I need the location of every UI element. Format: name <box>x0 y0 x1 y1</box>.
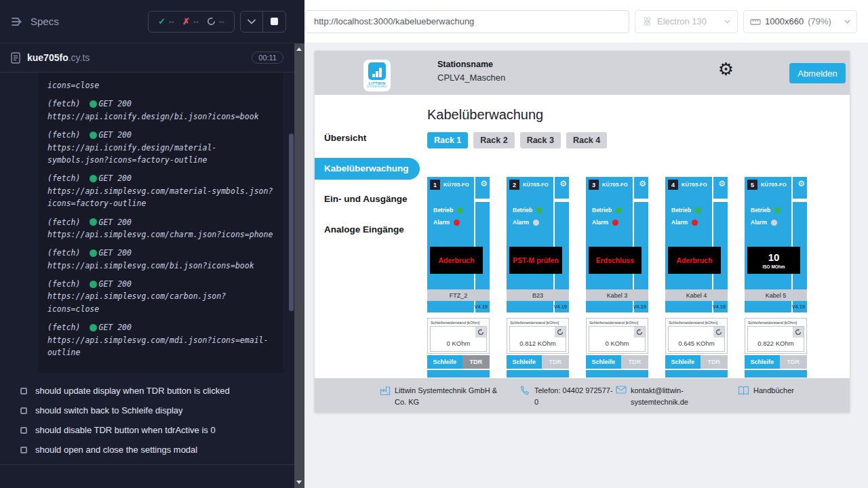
test-item[interactable]: should switch back to Schleife display <box>0 401 294 420</box>
scroll-down-icon[interactable] <box>296 481 302 484</box>
status-dot-icon <box>90 324 97 331</box>
logout-button[interactable]: Abmelden <box>789 63 846 83</box>
sidebar-nav-item[interactable]: Analoge Eingänge <box>315 219 420 241</box>
stat-failed: ✗ -- <box>182 16 199 26</box>
test-label: should open and close the settings modal <box>35 445 197 455</box>
schleife-button[interactable]: Schleife <box>745 355 780 369</box>
log-entry[interactable]: (fetch) GET 200 https://api.simplesvg.co… <box>47 172 274 209</box>
meter-label: Schleifenwiderstand [kOhm] <box>431 321 487 325</box>
device-display: Aderbruch <box>430 247 483 274</box>
device-bottom-strip <box>507 370 569 378</box>
test-item[interactable]: should disable TDR button when tdrActive… <box>0 420 294 440</box>
rack-tab[interactable]: Rack 2 <box>473 132 514 148</box>
settings-gear-icon[interactable]: ⚙ <box>718 60 734 78</box>
log-url: https://api.simplesvg.com/material-symbo… <box>47 185 274 210</box>
sidebar-nav-item[interactable]: Kabelüberwachung <box>315 158 420 180</box>
electron-icon <box>642 16 652 26</box>
tdr-button[interactable]: TDR <box>780 355 807 369</box>
sidebar-nav-item[interactable]: Ein- und Ausgänge <box>315 188 420 210</box>
log-entry-head: (fetch) GET 200 <box>47 247 274 259</box>
mode-buttons: Schleife TDR <box>427 355 490 369</box>
test-item[interactable]: should update display when TDR button is… <box>0 381 294 401</box>
log-url: https://api.iconify.design/bi.json?icons… <box>47 110 274 123</box>
refresh-button[interactable] <box>555 327 566 338</box>
log-entry[interactable]: (fetch) GET 200 https://api.simplesvg.co… <box>47 321 274 359</box>
meter-label: Schleifenwiderstand [kOhm] <box>669 321 725 325</box>
cable-name: Kabel 4 <box>665 289 728 301</box>
log-entry[interactable]: icons=close <box>47 79 274 92</box>
device-settings-gear-icon[interactable]: ⚙ <box>639 180 646 188</box>
spec-file-row[interactable]: kue705fo.cy.ts 00:11 <box>0 43 294 73</box>
rack-tab[interactable]: Rack 4 <box>566 132 607 148</box>
test-pending-icon <box>20 388 27 394</box>
specs-label: Specs <box>31 16 59 27</box>
log-entry[interactable]: (fetch) GET 200 https://api.simplesvg.co… <box>47 278 274 315</box>
alarm-label: Alarm <box>513 219 529 226</box>
meter-display: 0.822 KOhm <box>747 326 804 352</box>
viewport-size: 1000x660 <box>765 16 804 26</box>
specs-toggle[interactable]: Specs <box>11 16 59 27</box>
log-entry[interactable]: (fetch) GET 200 https://api.simplesvg.co… <box>47 247 274 272</box>
tdr-button[interactable]: TDR <box>462 355 490 369</box>
divider <box>793 199 807 202</box>
refresh-button[interactable] <box>634 327 645 338</box>
device-settings-gear-icon[interactable]: ⚙ <box>718 180 726 188</box>
stop-button[interactable] <box>263 12 285 32</box>
rack-tab[interactable]: Rack 3 <box>520 132 561 148</box>
company-name: Littwin Systemtechnik GmbH & Co. KG <box>395 385 506 407</box>
schleife-button[interactable]: Schleife <box>586 355 621 369</box>
book-icon <box>738 386 749 395</box>
tdr-button[interactable]: TDR <box>542 355 569 369</box>
sidebar-nav-item[interactable]: Übersicht <box>315 127 420 149</box>
factory-icon <box>380 386 391 396</box>
reporter-scrollbar-thumb[interactable] <box>289 134 294 311</box>
refresh-button[interactable] <box>713 327 724 338</box>
meter-label: Schleifenwiderstand [kOhm] <box>748 321 804 325</box>
refresh-button[interactable] <box>475 327 486 338</box>
url-input[interactable] <box>305 10 629 33</box>
scroll-up-icon[interactable] <box>296 47 302 51</box>
footer-manuals-link[interactable]: Handbücher <box>738 385 794 396</box>
refresh-button[interactable] <box>793 327 804 338</box>
schleife-button[interactable]: Schleife <box>507 355 542 369</box>
display-status: Aderbruch <box>438 256 474 264</box>
chevron-down-icon[interactable] <box>241 12 262 32</box>
scrollbar-track[interactable] <box>294 43 304 488</box>
station-label: Stationsname <box>437 60 505 69</box>
device-settings-gear-icon[interactable]: ⚙ <box>797 180 805 188</box>
test-item[interactable]: should open and close the settings modal <box>0 440 294 460</box>
tab-label: Rack 2 <box>480 136 507 145</box>
betrieb-label: Betrieb <box>751 207 770 214</box>
log-url: https://api.simplesvg.com/charm.json?ico… <box>47 228 274 241</box>
rack-tab[interactable]: Rack 1 <box>427 132 468 148</box>
log-entry[interactable]: (fetch) GET 200 https://api.iconify.desi… <box>47 129 274 166</box>
device-display: PST-M prüfen <box>509 247 562 274</box>
alarm-led <box>771 220 777 226</box>
cable-name: FTZ_2 <box>427 289 490 301</box>
log-status: GET 200 <box>90 247 131 259</box>
status-text: GET 200 <box>98 247 131 259</box>
log-entry[interactable]: (fetch) GET 200 https://api.iconify.desi… <box>47 98 274 123</box>
device-settings-gear-icon[interactable]: ⚙ <box>480 180 488 188</box>
log-entry[interactable]: (fetch) GET 200 https://api.simplesvg.co… <box>47 216 274 241</box>
station-name: CPLV4_Maschen <box>437 73 505 83</box>
status-text: GET 200 <box>98 278 131 290</box>
log-entry-head: (fetch) GET 200 <box>47 172 274 184</box>
log-entry-head: (fetch) GET 200 <box>47 98 274 110</box>
tdr-button[interactable]: TDR <box>701 355 728 369</box>
device-settings-gear-icon[interactable]: ⚙ <box>559 180 567 188</box>
browser-select[interactable]: Electron 130 <box>635 10 738 33</box>
nav-label: Analoge Eingänge <box>324 224 404 235</box>
meter-panel: Schleifenwiderstand [kOhm] 0 KOhm <box>586 318 648 354</box>
tdr-button[interactable]: TDR <box>621 355 648 369</box>
mode-buttons: Schleife TDR <box>586 355 648 369</box>
log-url: https://api.simplesvg.com/bi.json?icons=… <box>47 260 274 272</box>
viewport-select[interactable]: 1000x660 (79%) <box>743 10 857 33</box>
schleife-button[interactable]: Schleife <box>665 355 701 369</box>
device-cards: 1 KÜ705-FO ⚙ Betrieb Alarm Aderbruch FTZ… <box>427 177 850 378</box>
meter-display: 0.645 KOhm <box>668 326 725 352</box>
schleife-button[interactable]: Schleife <box>427 355 462 369</box>
app-under-test: LITTWIN SYSTEMTECHNIK Stationsname CPLV4… <box>315 51 850 412</box>
app-header: LITTWIN SYSTEMTECHNIK Stationsname CPLV4… <box>315 51 850 95</box>
cypress-toolbar: Electron 130 1000x660 (79%) <box>304 0 868 43</box>
